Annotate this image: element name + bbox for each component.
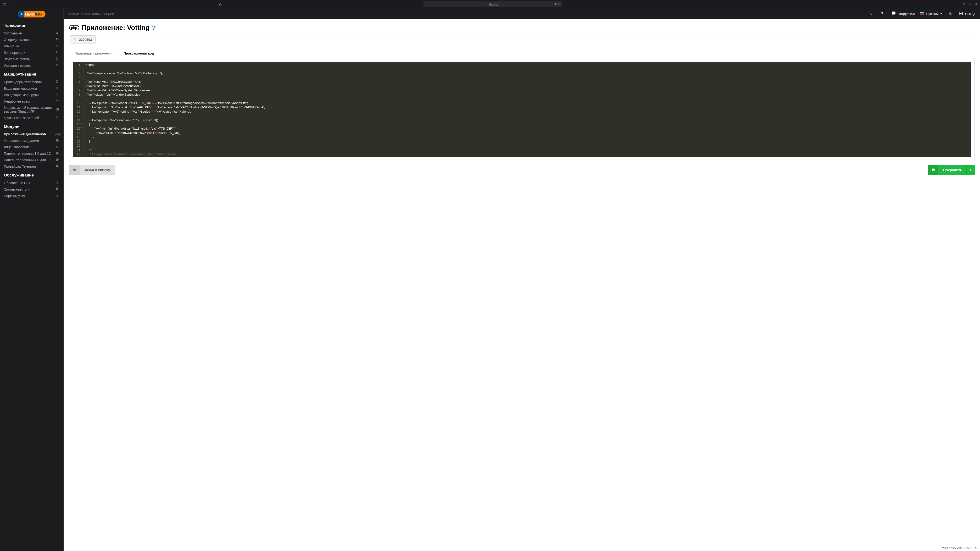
reload-icon[interactable]: ↻ xyxy=(558,3,560,6)
logo-miko: MIKO xyxy=(25,12,35,16)
tabs-icon[interactable]: ⧉ xyxy=(975,2,977,6)
puzzle-icon xyxy=(55,151,59,156)
sitemap-icon xyxy=(55,44,59,48)
save-dropdown[interactable]: ▾ xyxy=(966,165,975,175)
back-button[interactable]: Назад к списку xyxy=(69,165,115,175)
sidebar-item[interactable]: IVR меню xyxy=(0,43,63,49)
sidebar-item[interactable]: Нерабочее время xyxy=(0,98,63,105)
save-button[interactable]: Сохранить xyxy=(928,165,967,175)
sidebar-item[interactable]: Лицензирование xyxy=(0,144,63,150)
sidebar-item[interactable]: Модуль умной маршрутизации вызовов (Smar… xyxy=(0,105,63,114)
flag-ru-icon xyxy=(920,13,924,15)
logo-pbx: PBX xyxy=(35,12,42,16)
code-editor[interactable]: 123456789▾101112✕131415▾16▾1718192021▾22… xyxy=(73,62,971,157)
sidebar-item[interactable]: Приложения диалплановphp xyxy=(0,131,63,137)
sidebar-section-title: Обслуживание xyxy=(0,170,63,179)
support-label: Поддержка xyxy=(898,12,915,16)
sidebar-item-label: Очереди вызовов xyxy=(4,38,31,41)
sidebar-section-title: Модули xyxy=(0,121,63,131)
sidebar-item-label: Лицензирование xyxy=(4,145,30,149)
share-icon[interactable]: ⇧ xyxy=(963,2,966,6)
sidebar-section-title: Телефония xyxy=(0,20,63,30)
nav-fwd-icon[interactable]: 〉 xyxy=(14,2,18,6)
shield-icon[interactable]: ◐ xyxy=(219,2,222,6)
sidebar-item[interactable]: Управление модулями xyxy=(0,137,63,144)
sidebar-item-label: Нерабочее время xyxy=(4,100,32,103)
chevron-down-icon: ▾ xyxy=(940,13,942,15)
sidebar-item[interactable]: Провайдер Telegram xyxy=(0,163,63,170)
sidebar-item[interactable]: Обновление PBX xyxy=(0,179,63,186)
editor-code[interactable]: <?php ="kw">require_once(="kw">class="st… xyxy=(83,62,971,157)
save-label: Сохранить xyxy=(943,168,962,172)
language-select[interactable]: Русский ▾ xyxy=(920,12,942,16)
sidebar-item-label: Панель телефонии 1.0 для 1С xyxy=(4,152,51,156)
sidebar-item[interactable]: Панель телефонии 1.0 для 1С xyxy=(0,150,63,157)
sidebar-item-label: Исходящие маршруты xyxy=(4,93,39,97)
back-label: Назад к списку xyxy=(83,168,110,172)
sidebar-item[interactable]: Сотрудники xyxy=(0,30,63,37)
phone-vol-icon xyxy=(55,51,59,54)
sidebar-item-label: Провайдеры телефонии xyxy=(4,80,41,84)
key-icon xyxy=(55,145,59,149)
sidebar-item-label: Входящие маршруты xyxy=(4,87,37,91)
new-tab-icon[interactable]: ＋ xyxy=(969,2,972,6)
sidebar-item[interactable]: Очереди вызовов xyxy=(0,37,63,43)
phone-icon xyxy=(73,38,76,41)
bell-icon[interactable] xyxy=(947,11,954,16)
headphones-icon xyxy=(55,57,59,61)
sidebar-item[interactable]: Провайдеры телефонии xyxy=(0,79,63,85)
phone-icon xyxy=(19,12,25,16)
logout-link[interactable]: Выход xyxy=(959,11,975,16)
sidebar: MIKOPBX ТелефонияСотрудникиОчереди вызов… xyxy=(0,8,64,551)
sidebar-item[interactable]: Перезагрузка xyxy=(0,192,63,199)
sidebar-item-label: Обновление PBX xyxy=(4,181,31,185)
sidebar-item[interactable]: Конференции xyxy=(0,49,63,56)
title-help-icon[interactable]: ? xyxy=(152,24,156,32)
users-icon xyxy=(55,38,59,41)
tab-code[interactable]: Программный код xyxy=(118,48,159,58)
puzzle-icon xyxy=(56,108,59,112)
puzzle-icon xyxy=(55,158,59,162)
url-text: mikopbx xyxy=(487,2,499,6)
url-bar[interactable]: mikopbx ⧉ ↻ xyxy=(423,2,562,7)
sidebar-item[interactable]: Панель телефонии 4.0 для 1С xyxy=(0,157,63,163)
php-icon: php xyxy=(55,132,59,136)
logo[interactable]: MIKOPBX xyxy=(0,8,63,20)
power-icon xyxy=(55,194,59,198)
translate-icon[interactable]: ⧉ xyxy=(555,3,557,6)
file-icon xyxy=(55,187,59,191)
search-icon[interactable] xyxy=(868,11,873,16)
sidebar-item[interactable]: Группы пользователей xyxy=(0,114,63,121)
sidebar-item[interactable]: Исходящие маршруты xyxy=(0,92,63,98)
code-panel: 123456789▾101112✕131415▾16▾1718192021▾22… xyxy=(69,58,975,161)
php-badge: php xyxy=(69,25,79,30)
list-icon xyxy=(69,165,80,175)
language-label: Русский xyxy=(926,12,939,16)
nav-back-icon[interactable]: 〈 xyxy=(8,2,12,6)
help-icon[interactable]: ? xyxy=(877,11,887,16)
search-input[interactable] xyxy=(69,10,864,18)
logout-icon xyxy=(959,11,963,16)
support-link[interactable]: Поддержка xyxy=(891,11,915,16)
sidebar-item[interactable]: Системные логи xyxy=(0,186,63,192)
sidebar-item[interactable]: История вызовов xyxy=(0,62,63,68)
extension-number: 2200103 xyxy=(79,38,92,41)
topbar: ? Поддержка Русский ▾ Выход xyxy=(64,8,980,19)
sidebar-item-label: Сотрудники xyxy=(4,31,22,35)
browser-chrome: ▢ 〈 〉 ◐ mikopbx ⧉ ↻ ⇧ ＋ ⧉ xyxy=(0,0,980,8)
sidebar-item-label: Системные логи xyxy=(4,187,29,191)
tab-params[interactable]: Параметры приложения xyxy=(69,48,118,58)
sidebar-item-label: Звуковые файлы xyxy=(4,57,30,61)
sidebar-item-label: Приложения диалпланов xyxy=(4,132,46,136)
editor-gutter: 123456789▾101112✕131415▾16▾1718192021▾22 xyxy=(73,62,83,157)
sidebar-item[interactable]: Звуковые файлы xyxy=(0,56,63,62)
chevron-down-icon: ▾ xyxy=(970,168,971,171)
sidebar-item-label: Провайдер Telegram xyxy=(4,165,36,168)
page-title: Приложение: Votting xyxy=(81,24,150,32)
sidebar-item[interactable]: Входящие маршруты xyxy=(0,85,63,92)
sidebar-toggle-icon[interactable]: ▢ xyxy=(3,2,6,6)
sync-icon xyxy=(55,181,59,185)
user-icon xyxy=(55,31,59,35)
sidebar-item-label: Управление модулями xyxy=(4,139,39,143)
sidebar-item-label: Конференции xyxy=(4,51,25,54)
